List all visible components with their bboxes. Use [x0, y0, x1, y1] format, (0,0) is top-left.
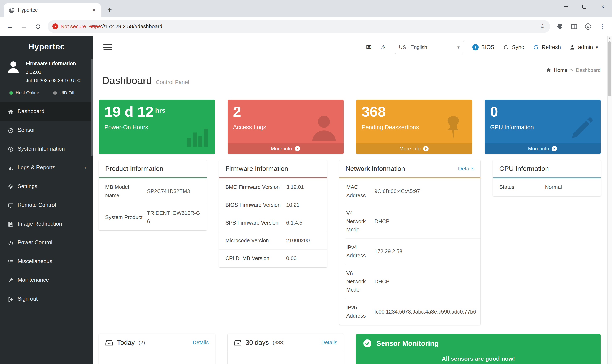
host-online-label: Host Online — [16, 90, 39, 95]
card-header: Product Information — [99, 160, 207, 178]
sidebar-item-sign-out[interactable]: Sign out — [0, 289, 93, 308]
inbox-icon — [105, 339, 113, 346]
monitor-icon — [8, 202, 14, 208]
bios-button[interactable]: i BIOS — [472, 44, 494, 51]
pencil-icon — [569, 115, 595, 142]
firmware-information-link[interactable]: Firmware Information — [26, 59, 81, 68]
language-select[interactable]: US - English ▾ — [395, 41, 463, 54]
more-info-link[interactable]: More info — [356, 143, 472, 154]
profile-avatar-icon[interactable] — [581, 20, 595, 33]
table-row: MAC Address 9C:6B:00:4C:A5:97 — [346, 178, 481, 204]
topbar: ✉ ⚠ US - English ▾ i BIOS Sync — [93, 36, 607, 59]
sidebar-item-image-redirection[interactable]: Image Redirection — [0, 214, 93, 233]
sidebar-scrollbar[interactable] — [91, 59, 93, 156]
network-details-link[interactable]: Details — [458, 164, 474, 173]
sidebar-item-dashboard[interactable]: Dashboard — [0, 102, 93, 121]
breadcrumb-current: Dashboard — [576, 67, 601, 73]
sync-button[interactable]: Sync — [503, 44, 524, 51]
card-title: GPU Information — [499, 164, 549, 173]
sidebar-item-label: Sign out — [18, 296, 38, 302]
gauge-icon — [8, 127, 14, 133]
today-details-link[interactable]: Details — [193, 339, 209, 346]
table-row: MB Model Name SP2C741D32TM3 — [99, 178, 207, 204]
sidebar-item-sensor[interactable]: Sensor — [0, 121, 93, 140]
main-panel: ✉ ⚠ US - English ▾ i BIOS Sync — [93, 36, 607, 364]
sidebar-item-label: Logs & Reports — [18, 164, 55, 171]
user-menu[interactable]: admin ▾ — [570, 44, 598, 51]
list-icon — [8, 258, 14, 264]
reload-button[interactable] — [31, 20, 44, 33]
back-button[interactable]: ← — [3, 20, 16, 33]
maximize-button[interactable] — [575, 0, 594, 13]
sidebar-item-remote-control[interactable]: Remote Control — [0, 196, 93, 214]
sidebar-item-label: Miscellaneous — [18, 258, 52, 264]
minimize-button[interactable] — [557, 0, 575, 13]
bookmark-star-icon[interactable]: ☆ — [540, 23, 545, 30]
scrollbar-up-arrow[interactable] — [608, 36, 612, 41]
page-scrollbar[interactable] — [607, 36, 612, 364]
page-title: Dashboard — [102, 74, 152, 88]
more-info-link[interactable]: More info — [485, 143, 601, 154]
card-header: Today (2) Details — [99, 334, 215, 351]
table-row: IPv6 Address fc00:1234:5678:9abc:4a3e:c5… — [346, 299, 481, 325]
product-information-card: Product Information MB Model Name SP2C74… — [99, 160, 207, 230]
home-icon — [8, 108, 14, 114]
table-row: IPv4 Address 172.29.2.58 — [346, 239, 481, 264]
card-body: MB Model Name SP2C741D32TM3 System Produ… — [99, 178, 207, 230]
stat-cards-row: 19 d 12hrs Power-On Hours 2 Access Logs — [99, 100, 601, 154]
browser-window: Hypertec × + × ← → × Not secure https://… — [0, 0, 612, 364]
thirty-days-details-link[interactable]: Details — [321, 339, 337, 346]
close-window-button[interactable]: × — [594, 0, 612, 13]
refresh-button[interactable]: Refresh — [533, 44, 561, 51]
extensions-icon[interactable] — [553, 20, 567, 33]
new-tab-button[interactable]: + — [104, 4, 115, 15]
stat-card-gpu-information: 0 GPU Information More info — [485, 100, 601, 154]
scrollbar-thumb[interactable] — [608, 41, 611, 96]
card-header: Network Information Details — [339, 160, 481, 178]
sidebar-item-power-control[interactable]: Power Control — [0, 233, 93, 252]
mail-icon[interactable]: ✉ — [366, 43, 372, 51]
chevron-down-icon: ▾ — [596, 45, 598, 50]
tab-close-icon[interactable]: × — [91, 7, 97, 14]
page-header: Dashboard Control Panel — [102, 74, 601, 88]
today-events-card: Today (2) Details — [99, 334, 215, 364]
table-row: V6 Network Mode DHCP — [346, 265, 481, 299]
power-icon — [8, 240, 14, 246]
sidebar-item-settings[interactable]: Settings — [0, 177, 93, 196]
user-name: admin — [578, 44, 593, 51]
menu-toggle-icon[interactable] — [103, 43, 112, 52]
firmware-information-card: Firmware Information BMC Firmware Versio… — [219, 160, 327, 267]
more-info-link[interactable]: More info — [228, 143, 344, 154]
alert-icon[interactable]: ⚠ — [380, 43, 386, 51]
profile-block: Firmware Information 3.12.01 Jul 16 2025… — [0, 54, 93, 87]
event-count: (2) — [139, 340, 145, 346]
sync-icon — [503, 44, 509, 51]
sidebar-item-label: Image Redirection — [18, 221, 62, 227]
table-row: SPS Firmware Version 6.1.4.5 — [219, 214, 327, 232]
card-title: 30 days — [246, 339, 269, 346]
uid-off-label: UID Off — [60, 90, 74, 95]
gpu-information-card: GPU Information Status Normal — [493, 160, 601, 196]
address-bar[interactable]: × Not secure https://172.29.2.58/#dashbo… — [48, 20, 550, 33]
breadcrumb-home[interactable]: Home — [546, 67, 567, 73]
browser-tab[interactable]: Hypertec × — [4, 3, 101, 17]
forward-button[interactable]: → — [17, 20, 30, 33]
side-panel-icon[interactable] — [567, 20, 581, 33]
sidebar-item-label: Remote Control — [18, 202, 56, 208]
event-count: (333) — [273, 340, 285, 346]
card-body: BMC Firmware Version 3.12.01 BIOS Firmwa… — [219, 178, 327, 267]
url-rest: ://172.29.2.58/#dashboard — [101, 24, 162, 29]
browser-menu-icon[interactable]: ⋮ — [596, 20, 609, 33]
not-secure-badge[interactable]: × Not secure — [53, 24, 86, 29]
window-controls: × — [557, 0, 612, 13]
sidebar-menu: Dashboard Sensor System Information Logs… — [0, 102, 93, 308]
panel-header: Sensor Monitoring — [356, 334, 601, 351]
sidebar-item-miscellaneous[interactable]: Miscellaneous — [0, 252, 93, 271]
breadcrumb: Home > Dashboard — [546, 67, 601, 73]
sensor-monitoring-panel: Sensor Monitoring All sensors are good n… — [356, 334, 601, 364]
sidebar-item-logs-reports[interactable]: Logs & Reports › — [0, 158, 93, 177]
sidebar-item-maintenance[interactable]: Maintenance — [0, 271, 93, 289]
home-icon — [546, 67, 551, 73]
chevron-down-icon: ▾ — [458, 45, 459, 50]
sidebar-item-system-information[interactable]: System Information — [0, 139, 93, 158]
